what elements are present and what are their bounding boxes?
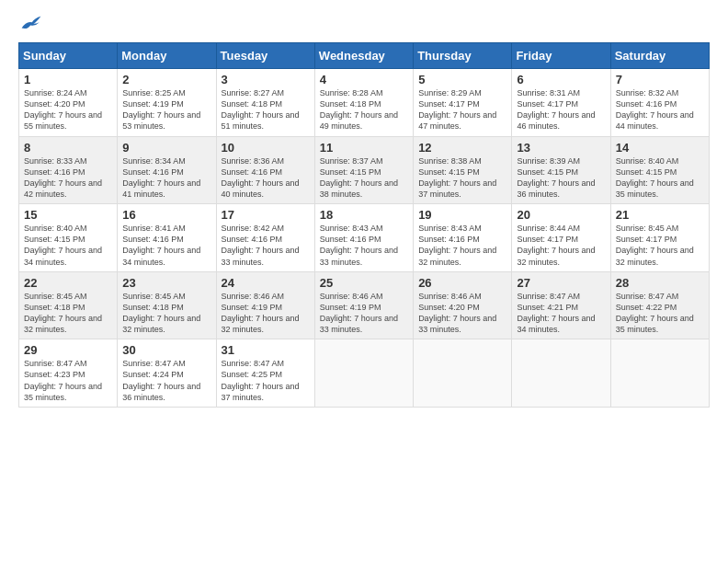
calendar-cell: 19Sunrise: 8:43 AMSunset: 4:16 PMDayligh…	[414, 204, 512, 272]
cell-info: Sunrise: 8:40 AMSunset: 4:15 PMDaylight:…	[616, 155, 704, 201]
calendar-cell: 31Sunrise: 8:47 AMSunset: 4:25 PMDayligh…	[216, 339, 314, 408]
calendar-cell: 8Sunrise: 8:33 AMSunset: 4:16 PMDaylight…	[19, 136, 118, 204]
day-number: 13	[517, 141, 605, 155]
logo-bird-icon	[20, 15, 42, 31]
calendar-cell: 9Sunrise: 8:34 AMSunset: 4:16 PMDaylight…	[118, 136, 216, 204]
cell-info: Sunrise: 8:47 AMSunset: 4:23 PMDaylight:…	[24, 358, 112, 403]
calendar-day-header: Sunday	[19, 43, 118, 69]
day-number: 4	[320, 73, 408, 86]
calendar-cell: 2Sunrise: 8:25 AMSunset: 4:19 PMDaylight…	[118, 69, 216, 137]
day-number: 31	[222, 343, 310, 357]
day-number: 28	[616, 276, 704, 290]
calendar-cell: 20Sunrise: 8:44 AMSunset: 4:17 PMDayligh…	[512, 204, 610, 272]
cell-info: Sunrise: 8:36 AMSunset: 4:16 PMDaylight:…	[222, 155, 310, 201]
calendar-cell: 13Sunrise: 8:39 AMSunset: 4:15 PMDayligh…	[512, 136, 610, 204]
day-number: 22	[24, 276, 112, 290]
calendar-cell: 23Sunrise: 8:45 AMSunset: 4:18 PMDayligh…	[118, 271, 216, 339]
cell-info: Sunrise: 8:29 AMSunset: 4:17 PMDaylight:…	[418, 87, 506, 132]
calendar-cell: 30Sunrise: 8:47 AMSunset: 4:24 PMDayligh…	[118, 339, 216, 408]
cell-info: Sunrise: 8:34 AMSunset: 4:16 PMDaylight:…	[122, 155, 210, 201]
cell-info: Sunrise: 8:24 AMSunset: 4:20 PMDaylight:…	[24, 87, 112, 132]
calendar-cell	[512, 339, 610, 408]
day-number: 15	[24, 208, 112, 222]
calendar-cell: 14Sunrise: 8:40 AMSunset: 4:15 PMDayligh…	[610, 136, 709, 204]
calendar-cell: 26Sunrise: 8:46 AMSunset: 4:20 PMDayligh…	[414, 271, 512, 339]
calendar-day-header: Friday	[512, 43, 610, 69]
calendar-day-header: Wednesday	[314, 43, 413, 69]
cell-info: Sunrise: 8:44 AMSunset: 4:17 PMDaylight:…	[517, 223, 605, 268]
day-number: 3	[222, 73, 310, 86]
calendar-cell: 25Sunrise: 8:46 AMSunset: 4:19 PMDayligh…	[314, 271, 413, 339]
cell-info: Sunrise: 8:33 AMSunset: 4:16 PMDaylight:…	[24, 155, 112, 201]
cell-info: Sunrise: 8:37 AMSunset: 4:15 PMDaylight:…	[320, 155, 408, 201]
calendar-cell: 12Sunrise: 8:38 AMSunset: 4:15 PMDayligh…	[414, 136, 512, 204]
day-number: 26	[418, 276, 506, 290]
calendar-cell: 29Sunrise: 8:47 AMSunset: 4:23 PMDayligh…	[19, 339, 118, 408]
cell-info: Sunrise: 8:46 AMSunset: 4:20 PMDaylight:…	[418, 291, 506, 336]
calendar-day-header: Tuesday	[216, 43, 314, 69]
day-number: 19	[418, 208, 506, 222]
day-number: 30	[122, 343, 210, 357]
day-number: 10	[222, 141, 310, 155]
calendar-cell	[610, 339, 709, 408]
cell-info: Sunrise: 8:25 AMSunset: 4:19 PMDaylight:…	[122, 87, 210, 132]
cell-info: Sunrise: 8:27 AMSunset: 4:18 PMDaylight:…	[222, 87, 310, 132]
day-number: 29	[24, 343, 112, 357]
day-number: 16	[122, 208, 210, 222]
calendar-table: SundayMondayTuesdayWednesdayThursdayFrid…	[18, 42, 710, 408]
calendar-body: 1Sunrise: 8:24 AMSunset: 4:20 PMDaylight…	[19, 69, 710, 408]
day-number: 9	[122, 141, 210, 155]
calendar-cell: 15Sunrise: 8:40 AMSunset: 4:15 PMDayligh…	[19, 204, 118, 272]
cell-info: Sunrise: 8:31 AMSunset: 4:17 PMDaylight:…	[517, 87, 605, 132]
cell-info: Sunrise: 8:42 AMSunset: 4:16 PMDaylight:…	[222, 223, 310, 268]
day-number: 6	[517, 73, 605, 86]
day-number: 27	[517, 276, 605, 290]
cell-info: Sunrise: 8:45 AMSunset: 4:18 PMDaylight:…	[24, 291, 112, 336]
day-number: 24	[222, 276, 310, 290]
calendar-cell: 5Sunrise: 8:29 AMSunset: 4:17 PMDaylight…	[414, 69, 512, 137]
day-number: 5	[418, 73, 506, 86]
calendar-cell	[414, 339, 512, 408]
cell-info: Sunrise: 8:47 AMSunset: 4:22 PMDaylight:…	[616, 291, 704, 336]
calendar-cell: 24Sunrise: 8:46 AMSunset: 4:19 PMDayligh…	[216, 271, 314, 339]
cell-info: Sunrise: 8:46 AMSunset: 4:19 PMDaylight:…	[320, 291, 408, 336]
cell-info: Sunrise: 8:45 AMSunset: 4:17 PMDaylight:…	[616, 223, 704, 268]
day-number: 12	[418, 141, 506, 155]
cell-info: Sunrise: 8:41 AMSunset: 4:16 PMDaylight:…	[122, 223, 210, 268]
cell-info: Sunrise: 8:46 AMSunset: 4:19 PMDaylight:…	[222, 291, 310, 336]
calendar-cell	[314, 339, 413, 408]
day-number: 11	[320, 141, 408, 155]
cell-info: Sunrise: 8:28 AMSunset: 4:18 PMDaylight:…	[320, 87, 408, 132]
calendar-cell: 18Sunrise: 8:43 AMSunset: 4:16 PMDayligh…	[314, 204, 413, 272]
cell-info: Sunrise: 8:39 AMSunset: 4:15 PMDaylight:…	[517, 155, 605, 201]
calendar-week-row: 29Sunrise: 8:47 AMSunset: 4:23 PMDayligh…	[19, 339, 710, 408]
calendar-cell: 1Sunrise: 8:24 AMSunset: 4:20 PMDaylight…	[19, 69, 118, 137]
cell-info: Sunrise: 8:47 AMSunset: 4:24 PMDaylight:…	[122, 358, 210, 403]
cell-info: Sunrise: 8:47 AMSunset: 4:25 PMDaylight:…	[222, 358, 310, 403]
calendar-day-header: Saturday	[610, 43, 709, 69]
header	[18, 15, 710, 31]
cell-info: Sunrise: 8:45 AMSunset: 4:18 PMDaylight:…	[122, 291, 210, 336]
day-number: 2	[122, 73, 210, 86]
day-number: 1	[24, 73, 112, 86]
day-number: 21	[616, 208, 704, 222]
cell-info: Sunrise: 8:47 AMSunset: 4:21 PMDaylight:…	[517, 291, 605, 336]
calendar-cell: 7Sunrise: 8:32 AMSunset: 4:16 PMDaylight…	[610, 69, 709, 137]
calendar-cell: 3Sunrise: 8:27 AMSunset: 4:18 PMDaylight…	[216, 69, 314, 137]
calendar-cell: 16Sunrise: 8:41 AMSunset: 4:16 PMDayligh…	[118, 204, 216, 272]
calendar-header-row: SundayMondayTuesdayWednesdayThursdayFrid…	[19, 43, 710, 69]
calendar-day-header: Monday	[118, 43, 216, 69]
logo	[18, 15, 44, 31]
calendar-cell: 11Sunrise: 8:37 AMSunset: 4:15 PMDayligh…	[314, 136, 413, 204]
calendar-cell: 10Sunrise: 8:36 AMSunset: 4:16 PMDayligh…	[216, 136, 314, 204]
calendar-cell: 22Sunrise: 8:45 AMSunset: 4:18 PMDayligh…	[19, 271, 118, 339]
calendar-cell: 27Sunrise: 8:47 AMSunset: 4:21 PMDayligh…	[512, 271, 610, 339]
cell-info: Sunrise: 8:43 AMSunset: 4:16 PMDaylight:…	[418, 223, 506, 268]
day-number: 23	[122, 276, 210, 290]
calendar-cell: 28Sunrise: 8:47 AMSunset: 4:22 PMDayligh…	[610, 271, 709, 339]
day-number: 8	[24, 141, 112, 155]
day-number: 25	[320, 276, 408, 290]
cell-info: Sunrise: 8:40 AMSunset: 4:15 PMDaylight:…	[24, 223, 112, 268]
calendar-cell: 21Sunrise: 8:45 AMSunset: 4:17 PMDayligh…	[610, 204, 709, 272]
day-number: 17	[222, 208, 310, 222]
